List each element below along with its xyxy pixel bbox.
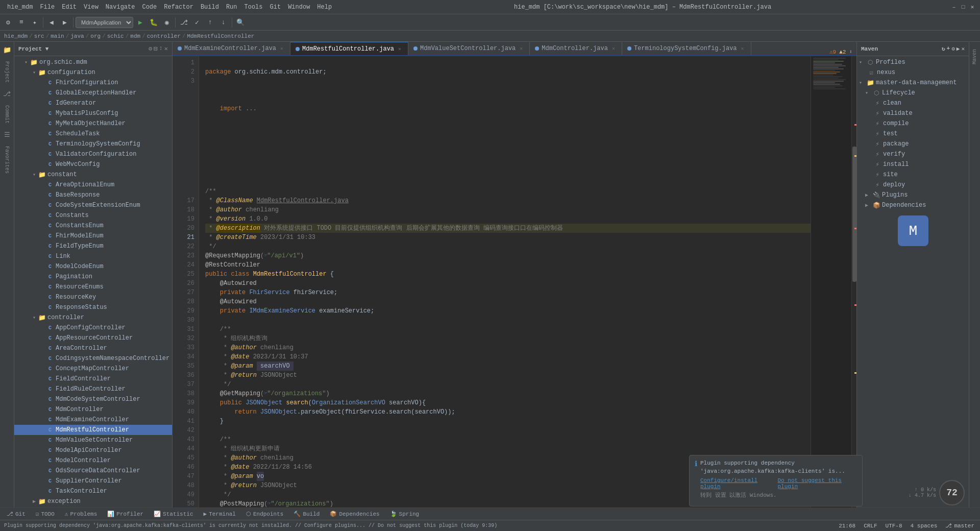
tree-item-Pagination[interactable]: CPagination xyxy=(14,272,172,282)
maven-plugins[interactable]: ▶ 🔌 Plugins xyxy=(857,190,969,200)
tree-item-FhirModelEnum[interactable]: CFhirModelEnum xyxy=(14,231,172,241)
menu-run[interactable]: Run xyxy=(223,3,240,12)
breadcrumb-controller[interactable]: controller xyxy=(147,33,181,39)
scroll-marker[interactable]: ⬇ xyxy=(849,49,852,55)
tree-item-ResourceKey[interactable]: CResourceKey xyxy=(14,292,172,302)
tree-item-TaskController[interactable]: CTaskController xyxy=(14,486,172,496)
tree-item-AreaOptionalEnum[interactable]: CAreaOptionalEnum xyxy=(14,180,172,190)
structure-btn[interactable]: ≡ xyxy=(15,16,28,29)
tab-close-1[interactable]: ✕ xyxy=(279,45,285,52)
tab-close-3[interactable]: ✕ xyxy=(518,45,524,52)
sort-icon[interactable]: ↕ xyxy=(159,45,163,53)
vcs-btn[interactable]: ⎇ xyxy=(178,16,190,29)
menu-hie_mdm[interactable]: hie_mdm xyxy=(4,3,36,12)
bottom-tab-problems[interactable]: ⚠ Problems xyxy=(62,510,100,518)
bookmarks-btn[interactable]: ✦ xyxy=(29,16,41,29)
maven-install[interactable]: ⚡ install xyxy=(857,159,969,170)
menu-code[interactable]: Code xyxy=(139,3,160,12)
configure-plugin-link[interactable]: Configure/install plugin xyxy=(700,477,774,490)
tree-item-FieldController[interactable]: CFieldController xyxy=(14,374,172,384)
tree-item-MdmController[interactable]: CMdmController xyxy=(14,404,172,415)
editor-scrollbar[interactable] xyxy=(851,56,856,508)
collapse-icon[interactable]: ⊟ xyxy=(154,45,157,53)
maven-master-data[interactable]: ▾ 📁 master-data-management xyxy=(857,78,969,88)
tree-item-AppResourceController[interactable]: CAppResourceController xyxy=(14,333,172,343)
menu-tools[interactable]: Tools xyxy=(241,3,266,12)
tree-item-AppConfigController[interactable]: CAppConfigController xyxy=(14,323,172,333)
run-btn[interactable]: ▶ xyxy=(134,16,146,29)
tree-item-IdGenerator[interactable]: CIdGenerator xyxy=(14,98,172,108)
tree-item-MdmValueSetController[interactable]: CMdmValueSetController xyxy=(14,435,172,445)
tree-item-TerminologySystemConfig[interactable]: CTerminologySystemConfig xyxy=(14,139,172,149)
menu-build[interactable]: Build xyxy=(198,3,222,12)
tab-close-4[interactable]: ✕ xyxy=(610,45,617,52)
maven-validate[interactable]: ⚡ validate xyxy=(857,108,969,118)
status-branch[interactable]: ⎇ master xyxy=(944,522,976,529)
maven-settings-icon[interactable]: ⚙ xyxy=(951,45,955,52)
bottom-tab-spring[interactable]: 🍃 Spring xyxy=(387,510,422,518)
tab-close-2[interactable]: ✕ xyxy=(397,46,403,52)
tab-MdmValueSetController[interactable]: MdmValueSetController.java ✕ xyxy=(408,42,530,55)
breadcrumb-hie_mdm[interactable]: hie_mdm xyxy=(4,33,28,39)
tree-item-FieldRuleController[interactable]: CFieldRuleController xyxy=(14,384,172,394)
breadcrumb-java[interactable]: java xyxy=(70,33,84,39)
menu-navigate[interactable]: Navigate xyxy=(103,3,138,12)
maven-run-icon[interactable]: ▶ xyxy=(957,45,960,52)
breadcrumb-mdm[interactable]: mdm xyxy=(130,33,140,39)
bottom-tab-endpoints[interactable]: ⬡ Endpoints xyxy=(243,510,286,518)
menu-git[interactable]: Git xyxy=(267,3,284,12)
bottom-tab-terminal[interactable]: ▶ Terminal xyxy=(201,510,238,518)
settings-btn[interactable]: ⚙ xyxy=(2,16,14,29)
close-btn[interactable]: ✕ xyxy=(969,4,976,11)
update-btn[interactable]: ↓ xyxy=(217,16,230,29)
run-config-select[interactable]: MdmApplication xyxy=(76,17,133,28)
maven-deploy[interactable]: ⚡ deploy xyxy=(857,180,969,190)
tree-item-CodeSystemExtensionEnum[interactable]: CCodeSystemExtensionEnum xyxy=(14,200,172,210)
tree-item-MdmExamineController[interactable]: CMdmExamineController xyxy=(14,415,172,425)
coverage-btn[interactable]: ◉ xyxy=(161,16,173,29)
bottom-tab-profiler[interactable]: 📊 Profiler xyxy=(105,510,146,518)
bottom-tab-dependencies[interactable]: 📦 Dependencies xyxy=(327,510,382,518)
push-btn[interactable]: ↑ xyxy=(204,16,216,29)
maven-close-icon[interactable]: ✕ xyxy=(961,45,965,52)
maven-clean[interactable]: ⚡ clean xyxy=(857,98,969,108)
project-label[interactable]: Project xyxy=(3,58,11,86)
menu-file[interactable]: File xyxy=(37,3,58,12)
tree-item-constant[interactable]: ▾📁constant xyxy=(14,170,172,180)
commit-label[interactable]: Commit xyxy=(3,102,11,127)
menu-edit[interactable]: Edit xyxy=(59,3,80,12)
tree-item-controller[interactable]: ▾📁controller xyxy=(14,312,172,323)
ignore-plugin-link[interactable]: Do not suggest this plugin xyxy=(778,477,857,490)
bottom-tab-git[interactable]: ⎇ Git xyxy=(4,510,28,518)
tab-TerminologySystemConfig[interactable]: TerminologySystemConfig.java ✕ xyxy=(622,42,751,55)
status-indent[interactable]: 4 spaces xyxy=(909,523,939,529)
tree-item-GlobalExceptionHandler[interactable]: CGlobalExceptionHandler xyxy=(14,88,172,98)
tab-close-5[interactable]: ✕ xyxy=(740,45,746,52)
tree-item-MyMetaObjectHandler[interactable]: CMyMetaObjectHandler xyxy=(14,118,172,129)
tree-item-BaseResponse[interactable]: CBaseResponse xyxy=(14,190,172,200)
menu-refactor[interactable]: Refactor xyxy=(161,3,197,12)
tab-MdmController[interactable]: MdmController.java ✕ xyxy=(530,42,622,55)
tree-item-WebMvcConfig[interactable]: CWebMvcConfig xyxy=(14,159,172,170)
status-crlf[interactable]: CRLF xyxy=(862,523,878,529)
tree-item-Link[interactable]: CLink xyxy=(14,251,172,261)
project-icon[interactable]: 📁 xyxy=(1,44,13,56)
tree-item-MdmCodeSystemController[interactable]: CMdmCodeSystemController xyxy=(14,394,172,404)
commit-btn[interactable]: ✓ xyxy=(191,16,203,29)
code-area[interactable]: package org.schic.mdm.controller; import… xyxy=(199,56,811,508)
tree-item-MybatisPlusConfig[interactable]: CMybatisPlusConfig xyxy=(14,108,172,118)
maven-compile[interactable]: ⚡ compile xyxy=(857,118,969,129)
tree-item-ResourceEnums[interactable]: CResourceEnums xyxy=(14,282,172,292)
maven-verify[interactable]: ⚡ verify xyxy=(857,149,969,159)
tree-item-MdmRestfulController[interactable]: CMdmRestfulController xyxy=(14,425,172,435)
editor-scrollbar-thumb[interactable] xyxy=(852,147,856,282)
breadcrumb-main[interactable]: main xyxy=(51,33,64,39)
breadcrumb-file[interactable]: MdmRestfulController xyxy=(187,33,254,39)
breadcrumb-schic[interactable]: schic xyxy=(107,33,124,39)
tab-MdmRestfulController[interactable]: MdmRestfulController.java ✕ xyxy=(290,42,408,55)
maven-test[interactable]: ⚡ test xyxy=(857,129,969,139)
maven-nexus[interactable]: ☑ nexus xyxy=(857,67,969,78)
maven-reload-icon[interactable]: ↻ xyxy=(942,45,945,52)
tree-item-AreaController[interactable]: CAreaController xyxy=(14,343,172,353)
maven-sidebar-label[interactable]: Maven xyxy=(971,46,978,67)
